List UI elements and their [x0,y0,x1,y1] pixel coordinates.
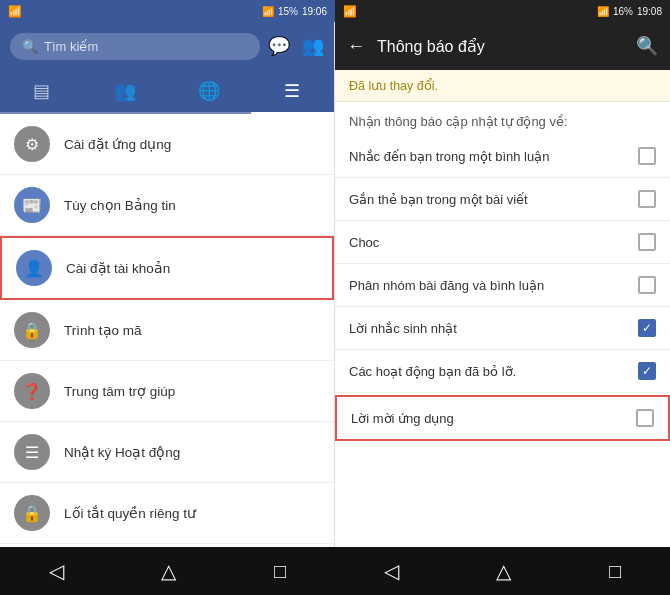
tab-globe[interactable]: 🌐 [167,70,251,114]
right-panel: ← Thông báo đẩy 🔍 Đã lưu thay đổi. Nhận … [335,22,670,547]
people-icon[interactable]: 👥 [302,35,324,57]
checkbox-tag[interactable] [638,190,656,208]
menu-item-news-options[interactable]: 📰 Tùy chọn Bảng tin [0,175,334,236]
saved-notice: Đã lưu thay đổi. [335,70,670,102]
left-panel: 🔍 Tìm kiếm 💬 👥 ▤ 👥 🌐 ☰ ⚙ Cài đặt ứng dụn… [0,22,335,547]
notification-app-invite[interactable]: Lời mời ứng dụng [335,395,670,441]
menu-item-code-generator[interactable]: 🔒 Trình tạo mã [0,300,334,361]
checkbox-poke[interactable] [638,233,656,251]
right-wifi-icon: 📶 [343,5,357,18]
checkbox-app-invite[interactable] [636,409,654,427]
tab-news[interactable]: ▤ [0,70,84,114]
settings-app-icon: ⚙ [14,126,50,162]
left-recents-button[interactable]: □ [254,552,306,591]
account-settings-label: Cài đặt tài khoản [66,260,170,276]
search-bar: 🔍 Tìm kiếm 💬 👥 [0,22,334,70]
notification-group-post[interactable]: Phân nhóm bài đăng và bình luận [335,264,670,307]
search-input-container[interactable]: 🔍 Tìm kiếm [10,33,260,60]
right-time: 19:08 [637,6,662,17]
notification-missed-activity[interactable]: Các hoạt động bạn đã bỏ lỡ. [335,350,670,393]
nav-tabs: ▤ 👥 🌐 ☰ [0,70,334,114]
right-header: ← Thông báo đẩy 🔍 [335,22,670,70]
help-center-icon: ❓ [14,373,50,409]
left-wifi-icon: 📶 [8,5,22,18]
left-bottom-nav: ◁ △ □ [0,547,335,595]
right-home-button[interactable]: △ [476,551,531,591]
menu-item-help-center[interactable]: ❓ Trung tâm trợ giúp [0,361,334,422]
left-battery: 15% [278,6,298,17]
news-options-icon: 📰 [14,187,50,223]
menu-item-settings-app[interactable]: ⚙ Cài đặt ứng dụng [0,114,334,175]
menu-item-activity-log[interactable]: ☰ Nhật ký Hoạt động [0,422,334,483]
activity-log-icon: ☰ [14,434,50,470]
news-options-label: Tùy chọn Bảng tin [64,197,176,213]
right-panel-title: Thông báo đẩy [377,37,624,56]
left-back-button[interactable]: ◁ [29,551,84,591]
right-search-icon[interactable]: 🔍 [636,35,658,57]
right-recents-button[interactable]: □ [589,552,641,591]
notification-poke[interactable]: Choc [335,221,670,264]
back-button[interactable]: ← [347,36,365,57]
left-home-button[interactable]: △ [141,551,196,591]
right-signal-icon: 📶 [597,6,609,17]
privacy-icon: 🔒 [14,495,50,531]
right-battery: 16% [613,6,633,17]
notification-mention[interactable]: Nhắc đến bạn trong một bình luận [335,135,670,178]
right-back-button[interactable]: ◁ [364,551,419,591]
checkbox-missed-activity[interactable] [638,362,656,380]
checkbox-birthday[interactable] [638,319,656,337]
tab-friends[interactable]: 👥 [84,70,168,114]
right-content: Nhận thông báo cập nhật tự động về: Nhắc… [335,102,670,547]
search-icon: 🔍 [22,39,38,54]
code-generator-icon: 🔒 [14,312,50,348]
activity-log-label: Nhật ký Hoạt động [64,444,180,460]
checkbox-mention[interactable] [638,147,656,165]
menu-list: ⚙ Cài đặt ứng dụng 📰 Tùy chọn Bảng tin 👤… [0,114,334,547]
right-bottom-nav: ◁ △ □ [335,547,670,595]
settings-app-label: Cài đặt ứng dụng [64,136,171,152]
messenger-icon[interactable]: 💬 [268,35,290,57]
tab-menu[interactable]: ☰ [251,70,335,114]
account-settings-icon: 👤 [16,250,52,286]
checkbox-group-post[interactable] [638,276,656,294]
help-center-label: Trung tâm trợ giúp [64,383,175,399]
left-status-bar: 📶 📶 15% 19:06 [0,0,335,22]
menu-item-account-settings[interactable]: 👤 Cài đặt tài khoản [0,236,334,300]
section-header: Nhận thông báo cập nhật tự động về: [335,102,670,135]
search-placeholder: Tìm kiếm [44,39,98,54]
privacy-label: Lối tắt quyền riêng tư [64,505,196,521]
notification-tag[interactable]: Gắn thẻ bạn trong một bài viết [335,178,670,221]
notification-birthday[interactable]: Lời nhắc sinh nhật [335,307,670,350]
left-signal-icon: 📶 [262,6,274,17]
menu-item-privacy[interactable]: 🔒 Lối tắt quyền riêng tư [0,483,334,544]
left-time: 19:06 [302,6,327,17]
right-status-bar: 📶 📶 16% 19:08 [335,0,670,22]
code-generator-label: Trình tạo mã [64,322,142,338]
